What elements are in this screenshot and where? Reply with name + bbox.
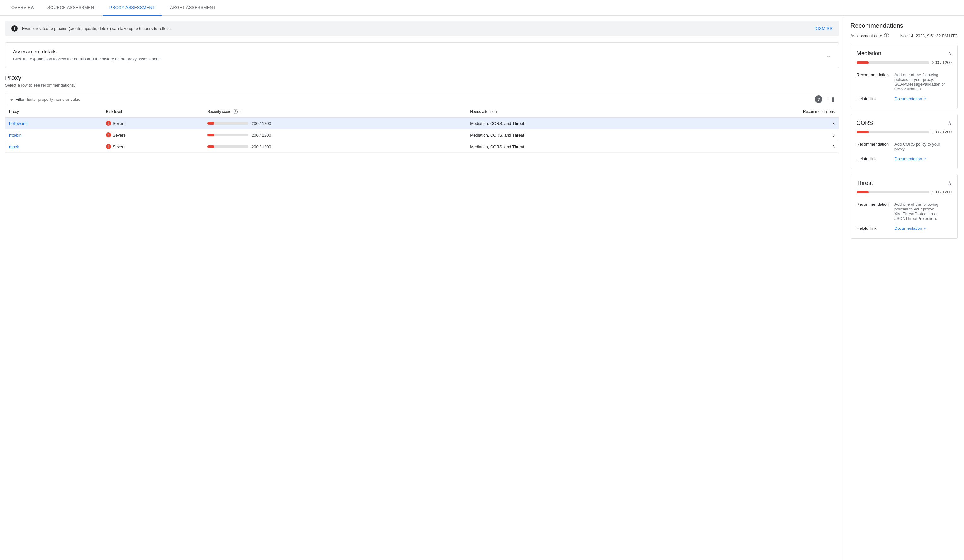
rec-score-row: 200 / 1200: [857, 60, 952, 65]
rec-documentation-link[interactable]: Documentation ↗: [894, 96, 926, 101]
filter-help-icon[interactable]: ?: [815, 96, 822, 103]
assessment-details-title: Assessment details: [13, 49, 161, 55]
rec-recommendation-row: Recommendation Add one of the following …: [857, 199, 952, 223]
rec-helpful-link-label: Helpful link: [857, 223, 894, 233]
rec-helpful-link-label: Helpful link: [857, 94, 894, 104]
rec-card-mediation: Mediation ∧ 200 / 1200 Recommendation Ad…: [850, 44, 957, 109]
rec-details-table: Recommendation Add one of the following …: [857, 70, 952, 104]
rec-score-bar-fill: [857, 191, 868, 194]
proxy-table-body: helloworld ! Severe 200 / 1200 Mediation…: [5, 117, 839, 153]
col-proxy: Proxy: [5, 106, 102, 117]
rec-helpful-link-row: Helpful link Documentation ↗: [857, 94, 952, 104]
proxy-section-title: Proxy: [5, 74, 839, 81]
score-text: 200 / 1200: [252, 145, 271, 149]
rec-score-bar: [857, 191, 929, 194]
sort-icon[interactable]: ↑: [239, 109, 241, 114]
score-help-icon[interactable]: ?: [233, 109, 238, 114]
rec-expand-icon[interactable]: ∧: [948, 50, 952, 57]
dismiss-button[interactable]: DISMISS: [814, 26, 832, 31]
chevron-down-icon[interactable]: ⌄: [826, 52, 831, 59]
risk-label: Severe: [113, 145, 126, 149]
rec-details-table: Recommendation Add one of the following …: [857, 199, 952, 233]
rec-score-text: 200 / 1200: [932, 60, 952, 65]
recommendations-count-cell: 3: [694, 117, 839, 129]
risk-label: Severe: [113, 133, 126, 137]
rec-helpful-link-cell: Documentation ↗: [894, 94, 952, 104]
assessment-date-label: Assessment date: [850, 34, 882, 38]
assessment-date-row: Assessment date i Nov 14, 2023, 9:51:32 …: [850, 33, 957, 38]
risk-dot: !: [106, 132, 111, 137]
rec-expand-icon[interactable]: ∧: [948, 119, 952, 126]
right-panel: Recommendations Assessment date i Nov 14…: [844, 16, 964, 560]
main-layout: i Events related to proxies (create, upd…: [0, 16, 964, 560]
tab-source[interactable]: SOURCE ASSESSMENT: [41, 0, 103, 16]
filter-label: Filter: [15, 97, 24, 102]
rec-helpful-link-row: Helpful link Documentation ↗: [857, 154, 952, 164]
score-bar-fill: [207, 145, 214, 148]
columns-icon[interactable]: ⋮▮: [825, 96, 835, 103]
left-panel: i Events related to proxies (create, upd…: [0, 16, 844, 560]
assessment-details: Assessment details Click the expand icon…: [5, 42, 839, 68]
rec-score-text: 200 / 1200: [932, 190, 952, 194]
rec-score-bar: [857, 131, 929, 133]
rec-recommendation-label: Recommendation: [857, 139, 894, 154]
proxy-section-subtitle: Select a row to see recommendations.: [5, 83, 839, 88]
rec-documentation-link[interactable]: Documentation ↗: [894, 156, 926, 161]
rec-card-header: Threat ∧: [857, 179, 952, 186]
external-link-icon: ↗: [923, 97, 926, 101]
col-score: Security score ? ↑: [204, 106, 466, 117]
rec-expand-icon[interactable]: ∧: [948, 179, 952, 186]
risk-label: Severe: [113, 121, 126, 126]
proxy-section: Proxy Select a row to see recommendation…: [5, 74, 839, 153]
rec-card-header: Mediation ∧: [857, 50, 952, 57]
rec-recommendation-row: Recommendation Add CORS policy to your p…: [857, 139, 952, 154]
tab-proxy[interactable]: PROXY ASSESSMENT: [103, 0, 161, 16]
rec-score-row: 200 / 1200: [857, 130, 952, 134]
rec-card-title: Threat: [857, 180, 873, 186]
score-bar: [207, 122, 248, 125]
rec-card-cors: CORS ∧ 200 / 1200 Recommendation Add COR…: [850, 114, 957, 169]
risk-dot: !: [106, 144, 111, 149]
tab-overview[interactable]: OVERVIEW: [5, 0, 41, 16]
table-row[interactable]: helloworld ! Severe 200 / 1200 Mediation…: [5, 117, 839, 129]
external-link-icon: ↗: [923, 157, 926, 161]
rec-recommendation-text: Add one of the following policies to you…: [894, 70, 952, 94]
external-link-icon: ↗: [923, 226, 926, 231]
info-icon: i: [11, 25, 18, 32]
filter-input[interactable]: [27, 97, 812, 102]
proxy-link[interactable]: helloworld: [9, 121, 28, 126]
filter-icon: Filter: [9, 97, 24, 102]
rec-details-table: Recommendation Add CORS policy to your p…: [857, 139, 952, 164]
proxy-link[interactable]: mock: [9, 145, 19, 149]
table-row[interactable]: httpbin ! Severe 200 / 1200 Mediation, C…: [5, 129, 839, 141]
rec-card-title: Mediation: [857, 50, 881, 57]
recommendations-count-cell: 3: [694, 141, 839, 153]
recommendations-count-cell: 3: [694, 129, 839, 141]
rec-score-bar-fill: [857, 61, 868, 64]
rec-score-text: 200 / 1200: [932, 130, 952, 134]
needs-attention-cell: Mediation, CORS, and Threat: [466, 117, 694, 129]
tab-target[interactable]: TARGET ASSESSMENT: [161, 0, 222, 16]
proxy-table: Proxy Risk level Security score ? ↑ Need…: [5, 106, 839, 153]
proxy-link[interactable]: httpbin: [9, 133, 21, 137]
rec-card-header: CORS ∧: [857, 119, 952, 126]
col-recs: Recommendations: [694, 106, 839, 117]
score-text: 200 / 1200: [252, 133, 271, 137]
rec-documentation-link[interactable]: Documentation ↗: [894, 226, 926, 231]
needs-attention-cell: Mediation, CORS, and Threat: [466, 129, 694, 141]
assessment-details-header[interactable]: Assessment details Click the expand icon…: [13, 49, 831, 61]
assessment-date-info-icon[interactable]: i: [884, 33, 889, 38]
score-bar-fill: [207, 133, 214, 136]
table-row[interactable]: mock ! Severe 200 / 1200 Mediation, CORS…: [5, 141, 839, 153]
score-bar-container: 200 / 1200: [207, 121, 462, 126]
rec-helpful-link-row: Helpful link Documentation ↗: [857, 223, 952, 233]
score-bar-container: 200 / 1200: [207, 145, 462, 149]
rec-recommendation-text: Add one of the following policies to you…: [894, 199, 952, 223]
filter-bar: Filter ? ⋮▮: [5, 93, 839, 106]
tabs-bar: OVERVIEWSOURCE ASSESSMENTPROXY ASSESSMEN…: [0, 0, 964, 16]
rec-score-bar: [857, 61, 929, 64]
rec-card-threat: Threat ∧ 200 / 1200 Recommendation Add o…: [850, 174, 957, 239]
rec-recommendation-row: Recommendation Add one of the following …: [857, 70, 952, 94]
rec-recommendation-text: Add CORS policy to your proxy.: [894, 139, 952, 154]
rec-card-title: CORS: [857, 120, 873, 126]
